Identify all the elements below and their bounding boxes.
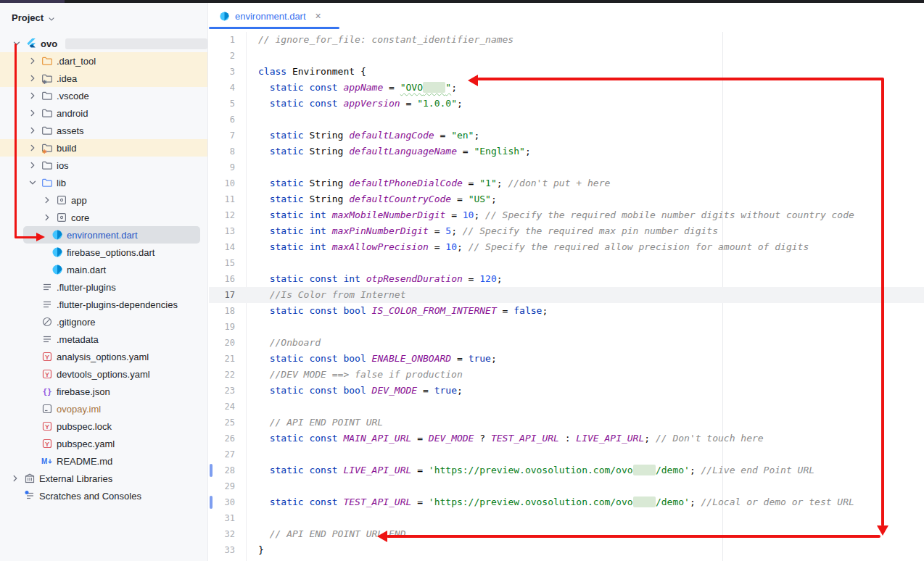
code-line-13[interactable]: 13 static int maxPinNumberDigit = 5; // … xyxy=(209,223,924,239)
chevron-right-icon[interactable] xyxy=(42,212,52,223)
line-number[interactable]: 6 xyxy=(209,112,235,128)
line-number[interactable]: 26 xyxy=(209,431,235,446)
code-line-5[interactable]: 5 static const appVersion = "1.0.0"; xyxy=(209,96,924,112)
tree-item-ios[interactable]: ios xyxy=(0,157,207,174)
tree-item--vscode[interactable]: .vscode xyxy=(0,87,207,104)
chevron-down-icon[interactable] xyxy=(47,13,56,22)
line-number[interactable]: 17 xyxy=(209,287,235,303)
code-line-16[interactable]: 16 static const int otpResendDuration = … xyxy=(209,271,924,287)
line-number[interactable]: 2 xyxy=(209,48,235,64)
chevron-right-icon[interactable] xyxy=(10,473,20,483)
code-line-28[interactable]: 28 static const LIVE_API_URL = 'https://… xyxy=(209,462,924,478)
tree-item-app[interactable]: app xyxy=(0,191,207,209)
tree-item-environment-dart[interactable]: environment.dart xyxy=(0,226,207,244)
tree-item-analysis-options-yaml[interactable]: Yanalysis_options.yaml xyxy=(0,348,207,365)
line-number[interactable]: 22 xyxy=(209,367,235,383)
line-number[interactable]: 24 xyxy=(209,399,235,415)
line-number[interactable]: 23 xyxy=(209,383,235,399)
code-line-23[interactable]: 23 static const bool DEV_MODE = true; xyxy=(209,383,924,399)
line-number[interactable]: 18 xyxy=(209,303,235,319)
line-number[interactable]: 8 xyxy=(209,144,235,159)
tree-item-pubspec-yaml[interactable]: Ypubspec.yaml xyxy=(0,435,207,452)
line-number[interactable]: 16 xyxy=(209,271,235,287)
tree-item-assets[interactable]: assets xyxy=(0,122,207,139)
code-line-6[interactable]: 6 xyxy=(209,112,924,128)
code-line-12[interactable]: 12 static int maxMobileNumberDigit = 10;… xyxy=(209,207,924,223)
chevron-right-icon[interactable] xyxy=(28,108,38,118)
tree-item-ovo[interactable]: ovo xyxy=(0,35,207,52)
code-line-20[interactable]: 20 //Onboard xyxy=(209,335,924,351)
chevron-right-icon[interactable] xyxy=(28,56,38,66)
tree-item--metadata[interactable]: .metadata xyxy=(0,331,207,348)
code-area[interactable]: 1// ignore_for_file: constant_identifier… xyxy=(209,32,924,558)
chevron-right-icon[interactable] xyxy=(28,91,38,101)
line-number[interactable]: 14 xyxy=(209,239,235,255)
line-number[interactable]: 30 xyxy=(209,494,235,510)
line-number[interactable]: 11 xyxy=(209,191,235,207)
code-line-18[interactable]: 18 static const bool IS_COLOR_FROM_INTER… xyxy=(209,303,924,319)
line-number[interactable]: 29 xyxy=(209,478,235,494)
code-line-14[interactable]: 14 static int maxAllowPrecision = 10; //… xyxy=(209,239,924,255)
line-number[interactable]: 19 xyxy=(209,319,235,335)
code-line-32[interactable]: 32 // API END POINT URL END xyxy=(209,526,924,542)
tree-item-external-libraries[interactable]: External Libraries xyxy=(0,470,207,487)
code-line-27[interactable]: 27 xyxy=(209,446,924,462)
line-number[interactable]: 27 xyxy=(209,446,235,462)
code-line-3[interactable]: 3class Environment { xyxy=(209,64,924,80)
tree-item--gitignore[interactable]: .gitignore xyxy=(0,313,207,331)
line-number[interactable]: 3 xyxy=(209,64,235,80)
code-line-31[interactable]: 31 xyxy=(209,510,924,526)
line-number[interactable]: 4 xyxy=(209,80,235,96)
tab-environment-dart[interactable]: environment.dart × xyxy=(209,3,339,29)
line-number[interactable]: 32 xyxy=(209,526,235,542)
tree-item--flutter-plugins-dependencies[interactable]: .flutter-plugins-dependencies xyxy=(0,296,207,313)
close-icon[interactable]: × xyxy=(315,10,321,22)
tree-item-lib[interactable]: lib xyxy=(0,174,207,191)
line-number[interactable]: 9 xyxy=(209,159,235,175)
line-number[interactable]: 7 xyxy=(209,128,235,144)
code-line-24[interactable]: 24 xyxy=(209,399,924,415)
line-number[interactable]: 33 xyxy=(209,542,235,558)
code-line-10[interactable]: 10 static String defaultPhoneDialCode = … xyxy=(209,175,924,191)
project-header[interactable]: Project xyxy=(0,3,207,32)
line-number[interactable]: 13 xyxy=(209,223,235,239)
line-number[interactable]: 31 xyxy=(209,510,235,526)
chevron-right-icon[interactable] xyxy=(28,73,38,83)
code-line-19[interactable]: 19 xyxy=(209,319,924,335)
chevron-right-icon[interactable] xyxy=(28,143,38,153)
code-line-9[interactable]: 9 xyxy=(209,159,924,175)
line-number[interactable]: 5 xyxy=(209,96,235,112)
chevron-right-icon[interactable] xyxy=(28,160,38,170)
tree-item-build[interactable]: ✱build xyxy=(0,139,207,157)
tree-item-scratches-and-consoles[interactable]: Scratches and Consoles xyxy=(0,487,207,504)
code-line-22[interactable]: 22 //DEV MODE ==> false if production xyxy=(209,367,924,383)
line-number[interactable]: 1 xyxy=(209,32,235,48)
code-line-2[interactable]: 2 xyxy=(209,48,924,64)
tree-item-pubspec-lock[interactable]: Ypubspec.lock xyxy=(0,417,207,435)
tree-item--idea[interactable]: ✱.idea xyxy=(0,70,207,87)
code-line-7[interactable]: 7 static String defaultLangCode = "en"; xyxy=(209,128,924,144)
code-line-21[interactable]: 21 static const bool ENABLE_ONBOARD = tr… xyxy=(209,351,924,367)
line-number[interactable]: 10 xyxy=(209,175,235,191)
tree-item-devtools-options-yaml[interactable]: Ydevtools_options.yaml xyxy=(0,365,207,383)
tree-item--dart-tool[interactable]: .dart_tool xyxy=(0,52,207,70)
tree-item-ovopay-iml[interactable]: ovopay.iml xyxy=(0,400,207,417)
line-number[interactable]: 21 xyxy=(209,351,235,367)
code-line-4[interactable]: 4 static const appName = "OVO "; xyxy=(209,80,924,96)
tree-item-core[interactable]: core xyxy=(0,209,207,226)
code-line-26[interactable]: 26 static const MAIN_API_URL = DEV_MODE … xyxy=(209,431,924,446)
code-line-8[interactable]: 8 static String defaultLanguageName = "E… xyxy=(209,144,924,159)
code-line-25[interactable]: 25 // API END POINT URL xyxy=(209,415,924,431)
chevron-right-icon[interactable] xyxy=(42,195,52,205)
tree-item-firebase-json[interactable]: {}firebase.json xyxy=(0,383,207,400)
line-number[interactable]: 12 xyxy=(209,207,235,223)
code-line-17[interactable]: 17 //Is Color from Internet xyxy=(209,287,924,303)
line-number[interactable]: 15 xyxy=(209,255,235,271)
code-line-29[interactable]: 29 xyxy=(209,478,924,494)
chevron-right-icon[interactable] xyxy=(28,125,38,136)
line-number[interactable]: 28 xyxy=(209,462,235,478)
line-number[interactable]: 25 xyxy=(209,415,235,431)
tree-item-firebase-options-dart[interactable]: firebase_options.dart xyxy=(0,244,207,261)
tree-item--flutter-plugins[interactable]: .flutter-plugins xyxy=(0,278,207,296)
code-line-33[interactable]: 33} xyxy=(209,542,924,558)
